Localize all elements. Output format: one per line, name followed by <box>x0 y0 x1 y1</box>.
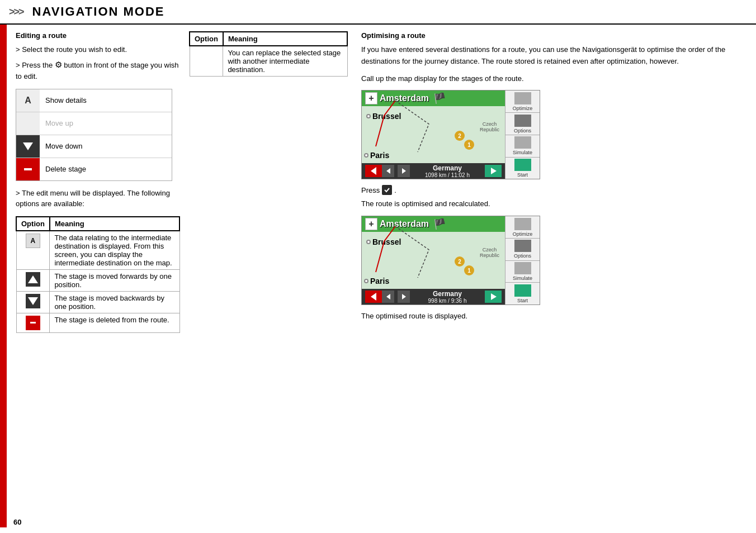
instruction-below: > The edit menu will be displayed. The f… <box>16 188 180 210</box>
simulate-icon-2 <box>514 262 531 274</box>
map1-red-left-button[interactable] <box>365 165 382 177</box>
breadcrumb-arrows: >>> <box>9 6 23 18</box>
back-arrow-icon-2 <box>386 294 390 299</box>
map2-nav-buttons <box>382 291 410 303</box>
map2-forward-button[interactable] <box>398 291 410 303</box>
main-content: Editing a route > Select the route you w… <box>7 25 756 527</box>
table-row: The stage is moved forwards by one posit… <box>16 269 179 291</box>
table-icon-arrow-up <box>26 272 40 287</box>
start-icon-2 <box>489 292 498 301</box>
press-suffix: . <box>394 186 396 194</box>
map1-back-button[interactable] <box>382 165 394 177</box>
delete-stage-icon <box>16 158 40 180</box>
map1-start-button[interactable] <box>485 165 502 177</box>
map-display-2: + Amsterdam 🏴 Brussel Paris CzechRepubli… <box>361 216 540 305</box>
table-row: You can replace the selected stage with … <box>190 46 347 77</box>
start-side-icon-2 <box>514 284 531 297</box>
map2-options-button[interactable]: Options <box>505 239 540 261</box>
map2-start-side-button[interactable]: Start <box>505 283 540 304</box>
map1-forward-button[interactable] <box>398 165 410 177</box>
svg-marker-0 <box>491 168 497 174</box>
mid-table-header-option: Option <box>190 32 223 46</box>
left-table-header-option: Option <box>16 217 50 231</box>
red-sidebar-bar <box>0 25 7 527</box>
move-down-label: Move down <box>40 140 88 153</box>
map2-red-left-button[interactable] <box>365 291 382 303</box>
simulate-label-2: Simulate <box>513 275 532 281</box>
move-up-label: Move up <box>40 117 79 130</box>
mid-cell-icon <box>190 46 223 77</box>
minus-bar <box>30 322 36 323</box>
map2-sidebar: Optimize Options Simulate Start <box>505 216 540 304</box>
map2-route-svg <box>362 216 474 289</box>
table-cell-meaning-1: The data relating to the intermediate de… <box>50 231 179 270</box>
mid-table-header-meaning: Meaning <box>223 32 347 46</box>
press-instruction: Press . <box>361 185 747 195</box>
arrow-up-shape <box>28 275 38 283</box>
options-icon <box>514 115 531 127</box>
minus-shape <box>24 168 32 170</box>
map1-bottom-bar: Germany 1098 km / 11:02 h <box>362 163 505 179</box>
mid-cell-meaning: You can replace the selected stage with … <box>223 46 347 77</box>
map1-germany-text: Germany 1098 km / 11:02 h <box>410 164 485 178</box>
optimize-icon-2 <box>514 218 531 230</box>
table-icon-arrow-down <box>26 294 40 308</box>
editing-title: Editing a route <box>16 31 180 40</box>
table-row: A The data relating to the intermediate … <box>16 231 179 270</box>
simulate-label: Simulate <box>513 150 532 155</box>
svg-marker-1 <box>491 293 497 300</box>
simulate-icon <box>514 136 531 149</box>
map2-germany-text: Germany 998 km / 9:36 h <box>410 290 485 304</box>
table-icon-minus <box>26 316 40 330</box>
step2-text: > Press the ⚙ button in front of the sta… <box>16 59 180 82</box>
table-cell-icon-2 <box>16 269 50 291</box>
back-arrow-icon <box>386 168 390 174</box>
table-row: The stage is deleted from the route. <box>16 313 179 332</box>
map2-simulate-button[interactable]: Simulate <box>505 261 540 283</box>
optimize-label-2: Optimize <box>513 231 533 237</box>
start-icon <box>489 166 498 175</box>
table-icon-letter-a: A <box>26 234 40 248</box>
options-label-2: Options <box>514 253 531 259</box>
map1-options-button[interactable]: Options <box>505 113 540 135</box>
start-side-icon <box>514 159 531 171</box>
table-cell-meaning-2: The stage is moved forwards by one posit… <box>50 269 179 291</box>
map2-back-button[interactable] <box>382 291 394 303</box>
map1-simulate-button[interactable]: Simulate <box>505 135 540 158</box>
map2-optimize-button[interactable]: Optimize <box>505 216 540 239</box>
map-display-1: + Amsterdam 🏴 Brussel Paris <box>361 90 540 179</box>
forward-arrow-icon <box>402 168 406 174</box>
map2-czech-label: CzechRepublic <box>480 247 499 258</box>
start-side-label-2: Start <box>517 298 528 303</box>
map2-start-button[interactable] <box>485 291 502 303</box>
press-text: Press <box>361 186 380 194</box>
menu-row-move-up: Move up <box>16 112 172 135</box>
page-container: Editing a route > Select the route you w… <box>0 25 756 527</box>
arrow-down-shape-2 <box>28 297 38 305</box>
start-side-label: Start <box>517 172 528 178</box>
optimised-text: The route is optimised and recalculated. <box>361 198 747 210</box>
table-cell-icon-1: A <box>16 231 50 270</box>
show-details-label: Show details <box>40 94 92 107</box>
table-cell-meaning-4: The stage is deleted from the route. <box>50 313 179 332</box>
delete-stage-label: Delete stage <box>40 163 92 175</box>
options-label: Options <box>514 128 531 134</box>
page-number: 60 <box>13 518 21 526</box>
move-down-icon <box>16 135 40 158</box>
arrow-down-shape <box>23 142 33 150</box>
menu-row-delete-stage: Delete stage <box>16 158 172 180</box>
optimize-label: Optimize <box>513 106 533 111</box>
optimize-icon <box>514 92 531 104</box>
optimising-title: Optimising a route <box>361 31 747 40</box>
final-text: The optimised route is displayed. <box>361 311 747 322</box>
map1-czech-label: CzechRepublic <box>480 121 499 132</box>
map1-optimize-button[interactable]: Optimize <box>505 91 540 113</box>
optimising-para1: If you have entered several destinations… <box>361 44 747 68</box>
forward-arrow-icon-2 <box>402 294 406 299</box>
options-icon-2 <box>514 240 531 252</box>
move-up-icon <box>16 112 40 135</box>
right-column: Optimising a route If you have entered s… <box>357 31 747 521</box>
table-cell-icon-3 <box>16 291 50 313</box>
map1-start-side-button[interactable]: Start <box>505 158 540 179</box>
left-table-header-meaning: Meaning <box>50 217 179 231</box>
